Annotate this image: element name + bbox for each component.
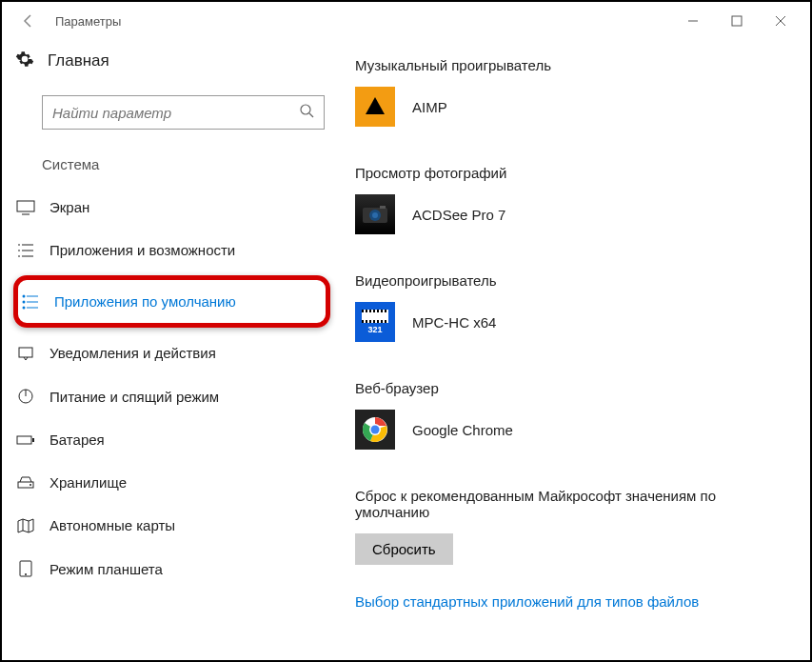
notification-icon	[15, 346, 36, 361]
svg-point-31	[372, 212, 378, 218]
default-apps-icon	[20, 294, 41, 310]
svg-point-16	[23, 306, 26, 309]
svg-rect-21	[17, 436, 31, 444]
app-name: MPC-HC x64	[412, 314, 496, 331]
svg-rect-18	[19, 348, 32, 357]
app-name: Google Chrome	[412, 422, 513, 438]
app-choice-photos[interactable]: ACDSee Pro 7	[355, 194, 782, 234]
tablet-icon	[15, 560, 36, 577]
sidebar-item-display[interactable]: Экран	[8, 186, 338, 229]
home-label: Главная	[48, 51, 109, 70]
svg-rect-32	[380, 206, 386, 209]
sidebar-item-power[interactable]: Питание и спящий режим	[8, 374, 338, 418]
sidebar-item-label: Батарея	[50, 431, 105, 448]
search-box[interactable]	[42, 95, 325, 130]
app-name: AIMP	[412, 99, 447, 115]
window-title: Параметры	[55, 14, 121, 29]
file-types-link[interactable]: Выбор стандартных приложений для типов ф…	[355, 593, 699, 610]
sidebar-item-battery[interactable]: Батарея	[8, 418, 338, 461]
sidebar-item-label: Уведомления и действия	[50, 345, 216, 361]
gear-icon	[15, 50, 34, 72]
app-choice-music[interactable]: AIMP	[355, 87, 782, 127]
svg-point-14	[23, 300, 26, 303]
back-button[interactable]	[10, 2, 48, 40]
svg-rect-22	[32, 438, 34, 442]
home-link[interactable]: Главная	[8, 40, 338, 90]
category-title: Веб-браузер	[355, 380, 782, 396]
svg-point-12	[23, 294, 26, 297]
sidebar: Главная Система Экран Приложения и возмо…	[2, 40, 338, 660]
svg-point-2	[301, 105, 310, 114]
search-icon	[299, 103, 314, 122]
sidebar-item-storage[interactable]: Хранилище	[8, 461, 338, 504]
sidebar-item-label: Приложения по умолчанию	[54, 293, 236, 310]
main-content: Музыкальный проигрыватель AIMP Просмотр …	[338, 40, 810, 660]
app-choice-browser[interactable]: Google Chrome	[355, 410, 782, 450]
category-title: Музыкальный проигрыватель	[355, 57, 782, 73]
acdsee-icon	[355, 194, 395, 234]
power-icon	[15, 388, 36, 405]
svg-rect-1	[732, 16, 742, 26]
reset-button[interactable]: Сбросить	[355, 533, 453, 565]
app-choice-video[interactable]: 321 MPC-HC x64	[355, 302, 782, 342]
sidebar-item-label: Хранилище	[50, 474, 127, 491]
aimp-icon	[355, 87, 395, 127]
highlighted-item: Приложения по умолчанию	[13, 275, 330, 328]
close-button[interactable]	[759, 2, 802, 40]
sidebar-item-default-apps[interactable]: Приложения по умолчанию	[18, 280, 326, 323]
map-icon	[15, 518, 36, 533]
list-icon	[15, 243, 36, 258]
sidebar-item-maps[interactable]: Автономные карты	[8, 504, 338, 547]
sidebar-item-notifications[interactable]: Уведомления и действия	[8, 331, 338, 374]
storage-icon	[15, 476, 36, 490]
category-title: Просмотр фотографий	[355, 165, 782, 181]
sidebar-item-apps[interactable]: Приложения и возможности	[8, 229, 338, 271]
svg-point-35	[371, 426, 380, 434]
search-input[interactable]	[52, 105, 299, 121]
app-name: ACDSee Pro 7	[412, 207, 505, 223]
sidebar-item-label: Приложения и возможности	[50, 242, 235, 258]
sidebar-item-label: Режим планшета	[50, 561, 163, 577]
mpc-icon: 321	[355, 302, 395, 342]
titlebar: Параметры	[2, 2, 810, 40]
sidebar-item-label: Питание и спящий режим	[50, 389, 219, 405]
section-title: Система	[8, 147, 338, 186]
sidebar-item-tablet[interactable]: Режим планшета	[8, 547, 338, 591]
svg-point-28	[25, 573, 27, 575]
sidebar-item-label: Автономные карты	[50, 517, 175, 533]
monitor-icon	[15, 200, 36, 215]
svg-rect-4	[17, 201, 34, 211]
battery-icon	[15, 434, 36, 446]
sidebar-item-label: Экран	[50, 199, 89, 215]
svg-point-24	[30, 484, 31, 486]
svg-line-3	[309, 113, 313, 117]
minimize-button[interactable]	[671, 2, 715, 40]
reset-description: Сброс к рекомендованным Майкрософт значе…	[355, 488, 736, 520]
maximize-button[interactable]	[715, 2, 759, 40]
category-title: Видеопроигрыватель	[355, 272, 782, 289]
chrome-icon	[355, 410, 395, 450]
